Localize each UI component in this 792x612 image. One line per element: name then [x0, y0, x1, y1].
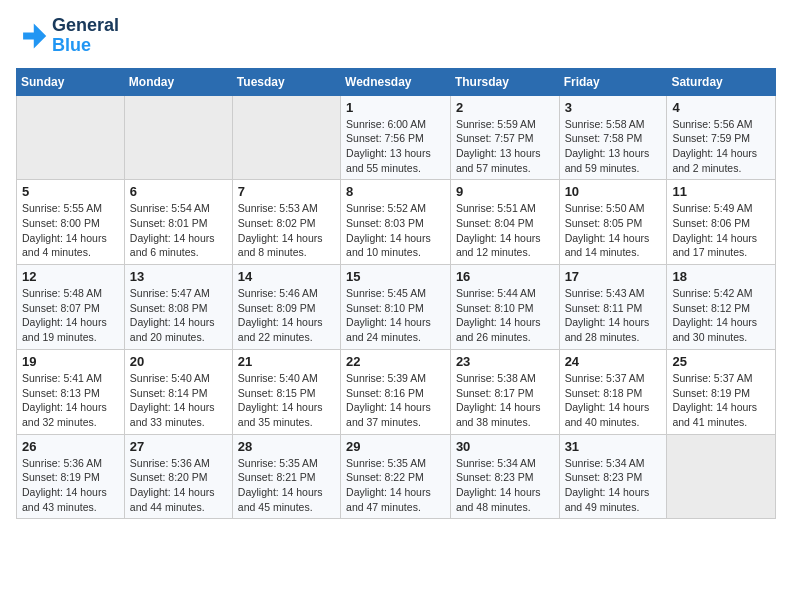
day-info: Sunrise: 5:36 AMSunset: 8:19 PMDaylight:… [22, 456, 119, 515]
day-info: Sunrise: 6:00 AMSunset: 7:56 PMDaylight:… [346, 117, 445, 176]
day-number: 9 [456, 184, 554, 199]
day-number: 4 [672, 100, 770, 115]
day-number: 14 [238, 269, 335, 284]
day-number: 21 [238, 354, 335, 369]
day-number: 2 [456, 100, 554, 115]
calendar-week-row: 5Sunrise: 5:55 AMSunset: 8:00 PMDaylight… [17, 180, 776, 265]
day-info: Sunrise: 5:39 AMSunset: 8:16 PMDaylight:… [346, 371, 445, 430]
day-info: Sunrise: 5:47 AMSunset: 8:08 PMDaylight:… [130, 286, 227, 345]
calendar-cell: 3Sunrise: 5:58 AMSunset: 7:58 PMDaylight… [559, 95, 667, 180]
calendar-cell: 10Sunrise: 5:50 AMSunset: 8:05 PMDayligh… [559, 180, 667, 265]
day-number: 15 [346, 269, 445, 284]
day-info: Sunrise: 5:51 AMSunset: 8:04 PMDaylight:… [456, 201, 554, 260]
day-number: 27 [130, 439, 227, 454]
day-number: 1 [346, 100, 445, 115]
day-number: 29 [346, 439, 445, 454]
calendar-table: SundayMondayTuesdayWednesdayThursdayFrid… [16, 68, 776, 520]
calendar-cell: 2Sunrise: 5:59 AMSunset: 7:57 PMDaylight… [450, 95, 559, 180]
calendar-cell: 28Sunrise: 5:35 AMSunset: 8:21 PMDayligh… [232, 434, 340, 519]
calendar-cell: 14Sunrise: 5:46 AMSunset: 8:09 PMDayligh… [232, 265, 340, 350]
day-number: 24 [565, 354, 662, 369]
day-info: Sunrise: 5:40 AMSunset: 8:15 PMDaylight:… [238, 371, 335, 430]
day-info: Sunrise: 5:40 AMSunset: 8:14 PMDaylight:… [130, 371, 227, 430]
day-number: 25 [672, 354, 770, 369]
day-info: Sunrise: 5:44 AMSunset: 8:10 PMDaylight:… [456, 286, 554, 345]
calendar-cell: 30Sunrise: 5:34 AMSunset: 8:23 PMDayligh… [450, 434, 559, 519]
calendar-cell: 1Sunrise: 6:00 AMSunset: 7:56 PMDaylight… [341, 95, 451, 180]
calendar-cell [124, 95, 232, 180]
day-number: 17 [565, 269, 662, 284]
weekday-header-tuesday: Tuesday [232, 68, 340, 95]
day-number: 3 [565, 100, 662, 115]
calendar-week-row: 1Sunrise: 6:00 AMSunset: 7:56 PMDaylight… [17, 95, 776, 180]
calendar-cell: 18Sunrise: 5:42 AMSunset: 8:12 PMDayligh… [667, 265, 776, 350]
day-info: Sunrise: 5:54 AMSunset: 8:01 PMDaylight:… [130, 201, 227, 260]
logo: General Blue [16, 16, 119, 56]
day-info: Sunrise: 5:52 AMSunset: 8:03 PMDaylight:… [346, 201, 445, 260]
day-number: 26 [22, 439, 119, 454]
day-info: Sunrise: 5:37 AMSunset: 8:19 PMDaylight:… [672, 371, 770, 430]
day-number: 31 [565, 439, 662, 454]
calendar-cell: 4Sunrise: 5:56 AMSunset: 7:59 PMDaylight… [667, 95, 776, 180]
calendar-cell: 23Sunrise: 5:38 AMSunset: 8:17 PMDayligh… [450, 349, 559, 434]
calendar-cell: 6Sunrise: 5:54 AMSunset: 8:01 PMDaylight… [124, 180, 232, 265]
day-info: Sunrise: 5:35 AMSunset: 8:22 PMDaylight:… [346, 456, 445, 515]
day-number: 16 [456, 269, 554, 284]
day-info: Sunrise: 5:38 AMSunset: 8:17 PMDaylight:… [456, 371, 554, 430]
calendar-cell: 19Sunrise: 5:41 AMSunset: 8:13 PMDayligh… [17, 349, 125, 434]
day-info: Sunrise: 5:45 AMSunset: 8:10 PMDaylight:… [346, 286, 445, 345]
calendar-cell: 26Sunrise: 5:36 AMSunset: 8:19 PMDayligh… [17, 434, 125, 519]
day-info: Sunrise: 5:34 AMSunset: 8:23 PMDaylight:… [456, 456, 554, 515]
day-number: 23 [456, 354, 554, 369]
calendar-cell: 17Sunrise: 5:43 AMSunset: 8:11 PMDayligh… [559, 265, 667, 350]
calendar-cell: 22Sunrise: 5:39 AMSunset: 8:16 PMDayligh… [341, 349, 451, 434]
calendar-cell: 31Sunrise: 5:34 AMSunset: 8:23 PMDayligh… [559, 434, 667, 519]
calendar-cell: 25Sunrise: 5:37 AMSunset: 8:19 PMDayligh… [667, 349, 776, 434]
weekday-header-thursday: Thursday [450, 68, 559, 95]
day-number: 12 [22, 269, 119, 284]
day-number: 5 [22, 184, 119, 199]
day-number: 6 [130, 184, 227, 199]
weekday-header-wednesday: Wednesday [341, 68, 451, 95]
calendar-cell [232, 95, 340, 180]
calendar-cell: 9Sunrise: 5:51 AMSunset: 8:04 PMDaylight… [450, 180, 559, 265]
day-info: Sunrise: 5:49 AMSunset: 8:06 PMDaylight:… [672, 201, 770, 260]
calendar-cell: 24Sunrise: 5:37 AMSunset: 8:18 PMDayligh… [559, 349, 667, 434]
day-number: 19 [22, 354, 119, 369]
calendar-cell [667, 434, 776, 519]
day-info: Sunrise: 5:59 AMSunset: 7:57 PMDaylight:… [456, 117, 554, 176]
calendar-cell: 20Sunrise: 5:40 AMSunset: 8:14 PMDayligh… [124, 349, 232, 434]
day-number: 8 [346, 184, 445, 199]
weekday-header-monday: Monday [124, 68, 232, 95]
day-number: 22 [346, 354, 445, 369]
day-info: Sunrise: 5:48 AMSunset: 8:07 PMDaylight:… [22, 286, 119, 345]
calendar-cell: 27Sunrise: 5:36 AMSunset: 8:20 PMDayligh… [124, 434, 232, 519]
day-info: Sunrise: 5:46 AMSunset: 8:09 PMDaylight:… [238, 286, 335, 345]
day-info: Sunrise: 5:50 AMSunset: 8:05 PMDaylight:… [565, 201, 662, 260]
calendar-cell: 8Sunrise: 5:52 AMSunset: 8:03 PMDaylight… [341, 180, 451, 265]
calendar-cell: 7Sunrise: 5:53 AMSunset: 8:02 PMDaylight… [232, 180, 340, 265]
calendar-cell: 21Sunrise: 5:40 AMSunset: 8:15 PMDayligh… [232, 349, 340, 434]
day-info: Sunrise: 5:43 AMSunset: 8:11 PMDaylight:… [565, 286, 662, 345]
weekday-header-sunday: Sunday [17, 68, 125, 95]
day-info: Sunrise: 5:56 AMSunset: 7:59 PMDaylight:… [672, 117, 770, 176]
day-number: 30 [456, 439, 554, 454]
calendar-week-row: 26Sunrise: 5:36 AMSunset: 8:19 PMDayligh… [17, 434, 776, 519]
day-info: Sunrise: 5:41 AMSunset: 8:13 PMDaylight:… [22, 371, 119, 430]
calendar-cell: 5Sunrise: 5:55 AMSunset: 8:00 PMDaylight… [17, 180, 125, 265]
day-info: Sunrise: 5:37 AMSunset: 8:18 PMDaylight:… [565, 371, 662, 430]
day-number: 20 [130, 354, 227, 369]
day-number: 28 [238, 439, 335, 454]
day-info: Sunrise: 5:55 AMSunset: 8:00 PMDaylight:… [22, 201, 119, 260]
calendar-cell [17, 95, 125, 180]
calendar-cell: 16Sunrise: 5:44 AMSunset: 8:10 PMDayligh… [450, 265, 559, 350]
day-info: Sunrise: 5:36 AMSunset: 8:20 PMDaylight:… [130, 456, 227, 515]
page-header: General Blue [16, 16, 776, 56]
day-number: 18 [672, 269, 770, 284]
weekday-header-saturday: Saturday [667, 68, 776, 95]
weekday-header-friday: Friday [559, 68, 667, 95]
calendar-cell: 15Sunrise: 5:45 AMSunset: 8:10 PMDayligh… [341, 265, 451, 350]
calendar-cell: 13Sunrise: 5:47 AMSunset: 8:08 PMDayligh… [124, 265, 232, 350]
day-number: 7 [238, 184, 335, 199]
day-info: Sunrise: 5:58 AMSunset: 7:58 PMDaylight:… [565, 117, 662, 176]
